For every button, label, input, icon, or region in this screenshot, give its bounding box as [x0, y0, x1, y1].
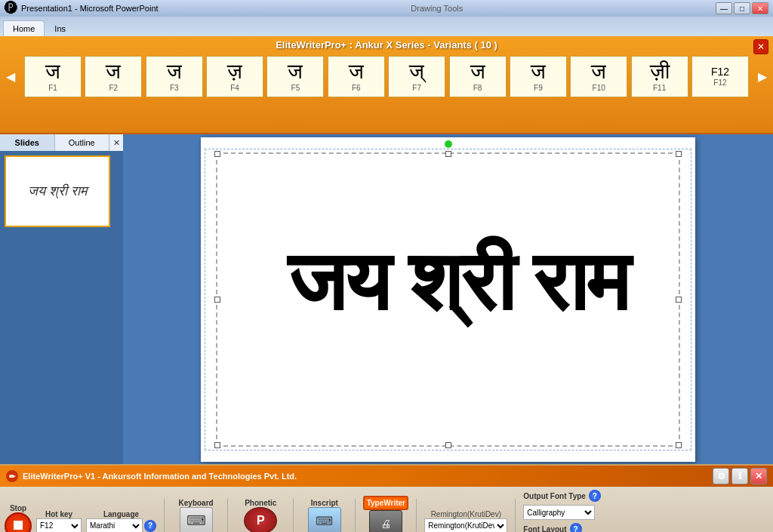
handle-bc[interactable]	[445, 442, 451, 448]
sidebar-close-button[interactable]: ✕	[109, 134, 123, 151]
stop-icon: ⏹	[11, 518, 25, 532]
title-bar-left: 🅟 Presentation1 - Microsoft PowerPoint	[5, 1, 159, 17]
sidebar-tabs: Slides Outline ✕	[0, 134, 123, 151]
keyboard-group: Keyboard ⌨ Caps Lock	[172, 499, 220, 532]
variant-item-f8[interactable]: ज F8	[449, 56, 507, 97]
variant-strip: ज F1 ज F2 ज F3 ज़ F4 ज F5 ज F6	[18, 54, 755, 99]
title-bar-controls: — □ ✕	[716, 2, 768, 14]
handle-ml[interactable]	[214, 297, 220, 303]
language-select[interactable]: Marathi Hindi	[86, 518, 143, 533]
title-bar: 🅟 Presentation1 - Microsoft PowerPoint D…	[0, 0, 773, 17]
close-elite-button[interactable]: ✕	[750, 468, 767, 484]
variant-item-f7[interactable]: ज् F7	[388, 56, 445, 97]
stop-button[interactable]: ⏹	[5, 512, 32, 533]
remington-select[interactable]: Remington(KrutiDev)	[424, 518, 507, 533]
settings-button[interactable]: ⚙	[713, 468, 729, 484]
output-panel: Output Font Type ? Calligraphy Normal Fo…	[523, 490, 614, 532]
inscript-group: Inscript ⌨ Num Lock	[301, 499, 347, 532]
variant-item-f6[interactable]: ज F6	[328, 56, 385, 97]
divider-4	[355, 499, 356, 532]
divider-5	[416, 499, 417, 532]
scroll-left-arrow[interactable]: ◀	[3, 69, 18, 84]
elite-bottom-panel: ✏ EliteWriterPro+ V1 - Ankursoft Informa…	[0, 464, 773, 532]
ribbon-tabs: Home Ins	[0, 17, 773, 36]
elite-bottom-title-text: EliteWriterPro+ V1 - Ankursoft Informati…	[23, 472, 297, 481]
font-layout-row: Font Layout ?	[523, 523, 614, 532]
variant-item-f4[interactable]: ज़ F4	[206, 56, 263, 97]
handle-tr[interactable]	[676, 151, 682, 157]
remington-group: Remington(KrutiDev) Remington(KrutiDev)	[424, 510, 507, 533]
divider-6	[515, 499, 516, 532]
phonetic-group: Phonetic P Suggestion	[236, 499, 285, 532]
output-font-row: Output Font Type ?	[523, 490, 614, 502]
slide-canvas[interactable]: जय श्री राम	[201, 137, 695, 462]
elite-toolbar-title: EliteWriterPro+ : Ankur X Series - Varia…	[0, 36, 773, 54]
output-font-help-button[interactable]: ?	[589, 490, 601, 502]
scroll-right-arrow[interactable]: ▶	[755, 69, 770, 84]
font-layout-label: Font Layout	[523, 525, 566, 533]
maximize-button[interactable]: □	[734, 2, 750, 14]
variant-item-f2[interactable]: ज F2	[85, 56, 142, 97]
tab-insert[interactable]: Ins	[45, 20, 75, 36]
language-group: Language Marathi Hindi ?	[86, 510, 156, 533]
stop-label: Stop	[10, 504, 26, 512]
close-button[interactable]: ✕	[752, 2, 768, 14]
handle-tl[interactable]	[214, 151, 220, 157]
elite-bottom-title: ✏ EliteWriterPro+ V1 - Ankursoft Informa…	[0, 466, 773, 487]
rotate-handle[interactable]	[445, 140, 452, 148]
font-layout-help-button[interactable]: ?	[570, 523, 582, 532]
slide-preview-text: जय श्री राम	[28, 183, 87, 199]
tab-outline[interactable]: Outline	[55, 134, 110, 151]
variant-item-f3[interactable]: ज F3	[146, 56, 203, 97]
slide-area: जय श्री राम	[123, 134, 773, 464]
slide-text: जय श्री राम	[288, 235, 628, 331]
typewriter-group: TypeWriter 🖨 Styles	[363, 496, 408, 532]
tab-home[interactable]: Home	[3, 20, 45, 36]
hotkey-group: Hot key F12 F11 F10	[36, 510, 82, 533]
inscript-label: Inscript	[311, 499, 338, 507]
keyboard-icon[interactable]: ⌨	[180, 507, 213, 532]
remington-label: Remington(KrutiDev)	[431, 510, 501, 518]
language-help-button[interactable]: ?	[144, 520, 156, 532]
typewriter-icon[interactable]: 🖨	[369, 510, 402, 532]
variant-item-f12[interactable]: F12 F12	[691, 56, 749, 97]
inscript-icon[interactable]: ⌨	[308, 507, 341, 532]
phonetic-icon[interactable]: P	[244, 507, 277, 532]
divider-1	[164, 499, 165, 532]
divider-3	[293, 499, 294, 532]
elite-toolbar: EliteWriterPro+ : Ankur X Series - Varia…	[0, 36, 773, 134]
info-button[interactable]: ℹ	[731, 468, 748, 484]
variant-item-f10[interactable]: ज F10	[570, 56, 627, 97]
slide-panel: 1 जय श्री राम	[0, 151, 123, 232]
phonetic-label: Phonetic	[245, 499, 276, 507]
typewriter-active-label: TypeWriter	[363, 496, 408, 510]
variant-item-f1[interactable]: ज F1	[24, 56, 82, 97]
elite-bottom-controls: Stop ⏹ Hot key F12 F11 F10 Language Mara…	[0, 487, 773, 532]
slide-thumbnail[interactable]: जय श्री राम	[5, 155, 110, 227]
output-font-label: Output Font Type	[523, 492, 586, 500]
handle-tc[interactable]	[445, 151, 451, 157]
handle-mr[interactable]	[676, 297, 682, 303]
hotkey-select[interactable]: F12 F11 F10	[36, 518, 82, 533]
elite-title-buttons: ⚙ ℹ ✕	[713, 468, 767, 484]
stop-group: Stop ⏹	[5, 504, 32, 533]
app-title: Presentation1 - Microsoft PowerPoint	[21, 4, 159, 13]
main-area: Slides Outline ✕ 1 जय श्री राम	[0, 134, 773, 464]
elite-toolbar-close-button[interactable]: ✕	[753, 39, 768, 54]
keyboard-label: Keyboard	[179, 499, 214, 507]
handle-br[interactable]	[676, 442, 682, 448]
tab-slides[interactable]: Slides	[0, 134, 55, 151]
language-label: Language	[103, 510, 139, 518]
hotkey-label: Hot key	[45, 510, 72, 518]
variant-item-f5[interactable]: ज F5	[266, 56, 324, 97]
elite-logo-icon: ✏	[6, 470, 18, 482]
drawing-tools-label: Drawing Tools	[411, 4, 463, 13]
sidebar: Slides Outline ✕ 1 जय श्री राम	[0, 134, 123, 464]
variant-item-f9[interactable]: ज F9	[510, 56, 567, 97]
divider-2	[227, 499, 228, 532]
variant-item-f11[interactable]: ज़ी F11	[631, 56, 688, 97]
handle-bl[interactable]	[214, 442, 220, 448]
minimize-button[interactable]: —	[716, 2, 732, 14]
output-font-select[interactable]: Calligraphy Normal	[523, 505, 595, 520]
elite-title-left: ✏ EliteWriterPro+ V1 - Ankursoft Informa…	[6, 470, 297, 482]
